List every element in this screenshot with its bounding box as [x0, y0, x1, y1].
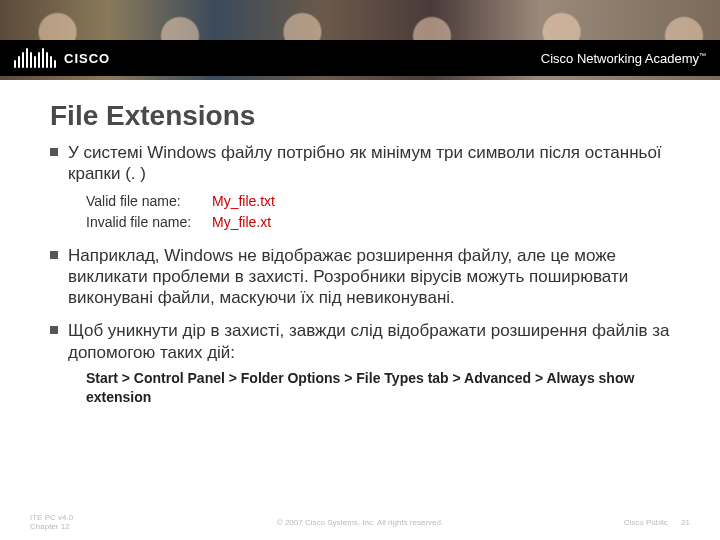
- footer-label: Cisco Public: [624, 518, 668, 527]
- bullet-2: Наприклад, Windows не відображає розшире…: [50, 245, 680, 309]
- banner-photo-strip: CISCO Cisco Networking Academy™: [0, 0, 720, 80]
- footer-chapter: Chapter 12: [30, 522, 73, 532]
- bullet-1-text: У системі Windows файлу потрібно як міні…: [68, 143, 662, 183]
- bullet-3: Щоб уникнути дір в захисті, завжди слід …: [50, 320, 680, 406]
- footer-right: Cisco Public 21: [624, 518, 690, 527]
- bullet-1-examples: Valid file name: My_file.txt Invalid fil…: [86, 191, 680, 233]
- slide-content: File Extensions У системі Windows файлу …: [0, 80, 720, 407]
- valid-label: Valid file name:: [86, 191, 204, 212]
- bullet-2-text: Наприклад, Windows не відображає розшире…: [68, 246, 628, 308]
- invalid-label: Invalid file name:: [86, 212, 204, 233]
- bullet-3-path: Start > Control Panel > Folder Options >…: [86, 369, 680, 407]
- footer-copyright: © 2007 Cisco Systems, Inc. All rights re…: [277, 518, 443, 527]
- footer-course: ITE PC v4.0: [30, 513, 73, 523]
- bullet-list: У системі Windows файлу потрібно як міні…: [50, 142, 680, 407]
- footer-left: ITE PC v4.0 Chapter 12: [30, 513, 73, 532]
- cisco-logo-text: CISCO: [64, 51, 110, 66]
- slide-title: File Extensions: [50, 100, 680, 132]
- footer-page: 21: [681, 518, 690, 527]
- bullet-3-text: Щоб уникнути дір в захисті, завжди слід …: [68, 321, 670, 361]
- invalid-value: My_file.xt: [212, 212, 271, 233]
- academy-text: Cisco Networking Academy: [541, 51, 699, 66]
- slide-footer: ITE PC v4.0 Chapter 12 © 2007 Cisco Syst…: [0, 513, 720, 532]
- cisco-bridge-icon: [14, 48, 56, 68]
- header-blackbar: CISCO Cisco Networking Academy™: [0, 40, 720, 76]
- academy-label: Cisco Networking Academy™: [541, 51, 706, 66]
- bullet-1: У системі Windows файлу потрібно як міні…: [50, 142, 680, 233]
- valid-value: My_file.txt: [212, 191, 275, 212]
- cisco-logo: CISCO: [14, 48, 110, 68]
- trademark-icon: ™: [699, 51, 706, 58]
